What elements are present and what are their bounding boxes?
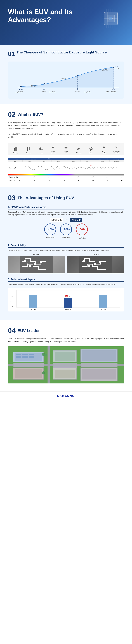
bar-10nm-arf-label: 10nm ArF [30,309,36,310]
grains-icon [51,145,56,150]
ppa-metrics: ↑40% Area Efficiency ↑20% Performance ↓5… [8,224,124,239]
mask-description: Samsung's 7LPP process can reduce the to… [8,283,124,286]
bar-7nm-euv-rect [64,298,72,308]
section-03: 03 The Advantages of Using EUV 1. PPA(Po… [0,187,132,320]
samsung-logo: SAMSUNG [3,394,129,398]
frequency-row: Frequency (Hz) 10³ 10⁶ 10⁹ 10¹² 10¹⁵ 10¹… [8,176,124,179]
svg-point-103 [103,146,104,147]
era-label-4: 2018 to Present [104,91,118,92]
icon-cells-label: HumanCells [64,150,68,154]
y-tick-1: 0.60 [10,306,13,308]
section-04-header: 04 EUV Leader [8,327,124,335]
fidelity-arf: ArF+MPT [8,254,65,273]
energy-val-2: 10⁻⁶ [34,180,36,181]
svg-text:Below 7nm: Below 7nm [102,70,108,72]
fidelity-euv: EUV SET [67,254,124,273]
svg-text:EUV: EUV [112,89,115,90]
svg-rect-62 [14,148,15,151]
fidelity-euv-image [67,256,124,273]
svg-point-107 [116,146,116,147]
svg-rect-151 [8,346,124,384]
freq-val-3: 10⁹ [47,176,49,178]
bar-7nm-arf-label: 7nm ArF [101,309,106,310]
section-03-header: 03 The Advantages of Using EUV [8,194,124,202]
mask-bar-chart: 1.20 1.00 0.80 0.60 10nm ArF [8,288,124,312]
fidelity-description: By using EUV, we can draw clearer circui… [8,249,124,252]
ppa-performance: ↑20% Performance [60,224,72,239]
energy-val-8: 10¹² [121,180,123,181]
wave-visualization: Wavelength EUV [8,162,124,174]
freq-inner: Frequency (Hz) 10³ 10⁶ 10⁹ 10¹² 10¹⁵ 10¹… [9,176,123,178]
svg-text:Line width:: Line width: [102,69,108,70]
ppa-to: 7nm LPP [70,218,82,222]
svg-line-96 [79,148,80,148]
ppa-title: 1. PPA(Power, Performance, Area) [8,206,124,210]
svg-rect-74 [27,150,28,151]
svg-line-95 [78,148,78,148]
icon-grains: Grainsof Sans [49,145,58,154]
section-01-number: 01 [8,50,15,58]
subsection-ppa: 1. PPA(Power, Performance, Area) Samsung… [8,206,124,240]
icon-humans: Humans [23,146,33,154]
svg-text:(248nm): (248nm) [42,91,46,92]
section-04: 04 EUV Leader As an EUV pioneer, Samsung… [0,320,132,392]
scale-001nm: 0.01nm [95,160,110,162]
svg-text:i-line: i-line [19,89,22,90]
svg-point-109 [116,148,116,148]
fidelity-euv-label: EUV SET [67,254,124,256]
svg-rect-117 [40,261,42,263]
bar-7nm-euv-wrapper: 20% [64,295,72,308]
svg-point-106 [116,147,117,148]
section-01-header: 01 The Changes of Semiconductor Exposure… [8,50,124,58]
icon-grains-label: Grainsof Sans [51,150,56,154]
wavelength-row: Wavelength EUV [9,163,123,173]
section-04-number: 04 [8,327,15,335]
bar-7nm-note: 20% [65,295,71,297]
svg-point-88 [53,148,53,148]
freq-val-5: 10¹⁵ [77,176,79,178]
svg-text:Line width:: Line width: [31,85,36,86]
svg-point-104 [104,146,105,147]
svg-rect-66 [15,148,16,148]
icon-buildings: Buildings [11,146,20,154]
spectrum-uv: Ultraviolet [74,158,91,160]
mask-title: 3. Reduced mask layers [8,278,124,282]
svg-point-92 [77,148,78,148]
svg-rect-75 [28,150,28,151]
ppa-from: 10nm LPE [50,218,63,222]
svg-rect-121 [88,265,90,267]
svg-rect-70 [16,148,17,149]
bar-chart-body: 1.20 1.00 0.80 0.60 10nm ArF [10,290,122,310]
svg-point-87 [53,146,54,148]
freq-values: 10³ 10⁶ 10⁹ 10¹² 10¹⁵ 10¹⁸ 10²¹ 10²⁴ [19,176,123,178]
section-02-number: 02 [8,110,15,118]
section-03-number: 03 [8,194,15,202]
section-04-title: EUV Leader [17,328,40,333]
arrow-icon [69,295,71,297]
svg-rect-115 [34,263,36,265]
timeline-svg: i-line (365nm) KrF (248nm) Line width: 1… [13,66,119,92]
svg-point-76 [29,147,30,148]
svg-rect-68 [17,148,17,148]
scale-10m: 10m [8,160,22,162]
performance-label: Performance [62,236,70,238]
icon-buildings-label: Buildings [13,152,18,154]
svg-rect-114 [24,260,26,262]
bar-10nm-arf-rect [29,295,37,308]
svg-point-44 [77,75,78,76]
buildings-icon [13,146,18,152]
icon-humans-label: Humans [26,152,31,154]
chip-decoration [98,5,124,32]
molecules-icon [76,146,81,152]
icon-human-cells: HumanCells [61,145,71,154]
icon-atoms: Atoms [87,146,96,154]
fidelity-title: 2. Better fidelity [8,244,124,248]
icon-atoms-label: Atoms [89,152,93,154]
section-02-header: 02 What is EUV? [8,110,124,118]
samsung-fab-aerial [8,346,124,384]
timeline-svg-wrapper: i-line (365nm) KrF (248nm) Line width: 1… [13,66,119,96]
spectrum-infrared: Infrared [58,158,74,160]
freq-label: Frequency (Hz) [9,176,19,178]
human-cells-icon [63,145,69,150]
freq-val-1: 10³ [19,176,20,178]
